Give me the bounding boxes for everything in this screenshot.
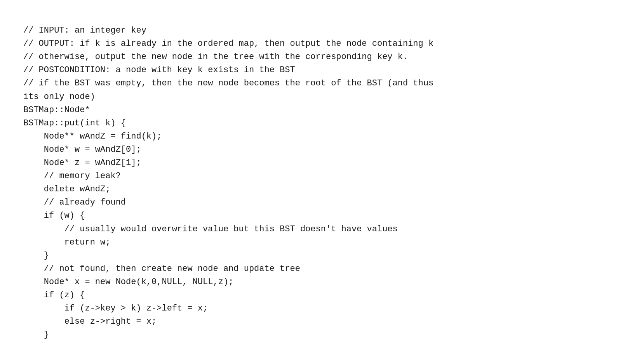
code-line: Node** wAndZ = find(k); — [23, 130, 621, 143]
code-line: // memory leak? — [23, 170, 621, 183]
code-line: // usually would overwrite value but thi… — [23, 223, 621, 236]
code-line: // OUTPUT: if k is already in the ordere… — [23, 37, 621, 50]
code-line: // already found — [23, 196, 621, 209]
code-line: Node* x = new Node(k,0,NULL, NULL,z); — [23, 276, 621, 289]
code-line: its only node) — [23, 90, 621, 104]
code-line: // otherwise, output the new node in the… — [23, 50, 621, 64]
code-line: Node* z = wAndZ[1]; — [23, 156, 621, 170]
code-line: BSTMap::Node* — [23, 104, 621, 117]
code-line: BSTMap::put(int k) { — [23, 117, 621, 130]
code-line: else z->right = x; — [23, 315, 621, 328]
code-line: } — [23, 328, 621, 340]
code-line: if (z) { — [23, 289, 621, 302]
code-line: if (z->key > k) z->left = x; — [23, 302, 621, 315]
code-line: delete wAndZ; — [23, 183, 621, 196]
code-block: // INPUT: an integer key// OUTPUT: if k … — [0, 0, 644, 340]
code-line: return w; — [23, 236, 621, 249]
code-line: // not found, then create new node and u… — [23, 262, 621, 276]
code-line: // if the BST was empty, then the new no… — [23, 77, 621, 90]
code-line: Node* w = wAndZ[0]; — [23, 143, 621, 156]
code-line: if (w) { — [23, 209, 621, 222]
code-line: // INPUT: an integer key — [23, 24, 621, 37]
code-line: } — [23, 249, 621, 262]
code-line: // POSTCONDITION: a node with key k exis… — [23, 64, 621, 77]
